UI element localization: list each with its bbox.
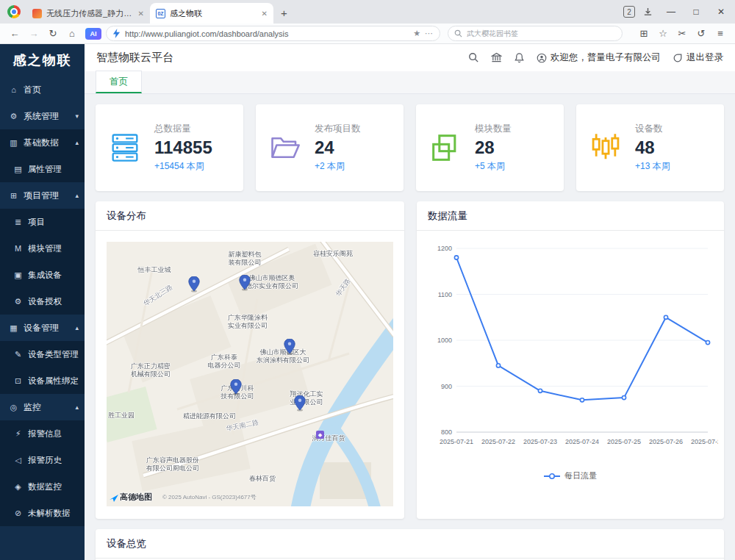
sidebar-item-label: 首页 [24,84,79,96]
forward-icon[interactable]: → [25,26,43,42]
sidebar-item-0[interactable]: ⌂首页 [0,76,85,103]
svg-text:2025-07-24: 2025-07-24 [565,438,599,445]
stat-label: 设备数 [635,123,670,135]
sidebar-item-label: 设备类型管理 [28,349,79,360]
svg-text:2025-07-22: 2025-07-22 [481,438,515,445]
tab-close-icon[interactable]: ✕ [138,10,144,18]
amap-logo[interactable]: 高德地图 [110,492,152,503]
stat-label: 总数据量 [154,123,212,135]
svg-text:1000: 1000 [437,337,452,344]
sidebar-item-6[interactable]: M模块管理 [0,235,85,262]
map-marker-pin-icon[interactable] [239,275,251,291]
sidebar-item-16[interactable]: ⊘未解析数据 [0,500,85,526]
sidebar-item-7[interactable]: ▣集成设备 [0,262,85,288]
map-marker-pin-icon[interactable] [294,395,306,412]
url-input[interactable]: http://www.puliangiot.com/dashboard/anal… [106,26,440,41]
stat-label: 发布项目数 [315,123,361,135]
bookmark-star-icon[interactable]: ★ [413,29,420,38]
back-icon[interactable]: ← [6,26,24,42]
address-more-icon[interactable]: ⋯ [425,29,434,38]
device-distribution-panel: 设备分布 [96,201,404,519]
legend-label: 每日流量 [564,470,597,481]
sidebar-item-10[interactable]: ✎设备类型管理 [0,341,85,367]
sidebar-item-5[interactable]: ≣项目 [0,209,85,235]
sidebar-item-12[interactable]: ◎监控▴ [0,394,85,420]
map-marker-pin-icon[interactable] [284,339,295,355]
daily-flow-line-chart[interactable]: 8009001000110012002025-07-212025-07-2220… [423,237,718,466]
sidebar-item-label: 系统管理 [24,110,70,123]
sidebar-item-11[interactable]: ⊡设备属性绑定 [0,367,85,394]
sidebar-item-3[interactable]: ▤属性管理 [0,156,85,182]
device-overview-panel: 设备总览 [96,529,724,560]
new-tab-button[interactable]: + [273,7,295,24]
browser-tab-inactive[interactable]: 无线压力传感器_静力水准仪 ✕ [26,3,150,24]
browser-logo-icon[interactable] [7,5,21,18]
search-suggestion-text[interactable]: 武大樱花园书签 [467,29,616,39]
window-close-button[interactable]: ✕ [710,1,732,22]
alarm-info-icon: ⚡ [13,429,23,439]
app-header: 智慧物联云平台 欢迎您，普量电子有限公司 退出登录 [85,44,735,71]
notification-bell-icon[interactable] [514,52,525,63]
sidebar-item-2[interactable]: ▥基础数据▴ [0,129,85,156]
stat-card-0: 总数据量114855+15454 本周 [96,104,243,191]
sidebar-item-13[interactable]: ⚡报警信息 [0,420,85,447]
logout-button[interactable]: 退出登录 [673,51,723,64]
data-flow-panel: 数据流量 8009001000110012002025-07-212025-07… [417,201,724,519]
stat-card-2: 模块数量28+5 本周 [416,104,564,191]
svg-text:2025-07-21: 2025-07-21 [440,438,473,445]
home-icon[interactable]: ⌂ [63,26,81,42]
refresh-icon[interactable]: ↻ [44,26,62,42]
search-icon [454,29,462,37]
tab-home[interactable]: 首页 [96,71,142,93]
stat-label: 模块数量 [475,123,512,135]
data-monitor-icon: ◈ [13,482,23,492]
device-bind-icon: ⊡ [13,376,23,386]
map-marker-pin-icon[interactable] [188,276,200,292]
download-icon[interactable] [638,2,657,21]
chevron-down-icon: ▾ [75,112,79,120]
ai-assistant-icon[interactable]: AI [85,28,101,40]
apps-grid-icon[interactable]: ⊞ [635,26,653,42]
url-text[interactable]: http://www.puliangiot.com/dashboard/anal… [125,29,409,38]
chart-legend[interactable]: 每日流量 [423,470,718,481]
unparsed-data-icon: ⊘ [13,509,23,518]
sidebar-item-9[interactable]: ▦设备管理▴ [0,315,85,341]
svg-text:2025-07-23: 2025-07-23 [523,438,557,445]
poi-logo-icon: ◆ [316,431,324,439]
user-icon [537,53,547,63]
stat-value: 28 [475,137,512,158]
window-maximize-button[interactable]: □ [685,1,707,22]
chevron-up-icon: ▴ [75,324,79,331]
tab-title: 无线压力传感器_静力水准仪 [46,8,134,19]
sidebar-item-4[interactable]: ⊞项目管理▴ [0,182,85,209]
sidebar-item-14[interactable]: ◁报警历史 [0,447,85,473]
browser-tab-active[interactable]: 0Z 感之物联 ✕ [150,3,273,24]
favorite-add-icon[interactable]: ☆ [654,26,672,42]
site-security-icon[interactable] [112,29,121,38]
tab-close-icon[interactable]: ✕ [262,10,268,18]
stat-delta: +2 本周 [315,160,361,173]
map-marker-pin-icon[interactable] [230,379,242,395]
scissors-icon[interactable]: ✂ [673,26,691,42]
undo-icon[interactable]: ↺ [692,26,710,42]
menu-icon[interactable]: ≡ [711,26,729,42]
sidebar-item-15[interactable]: ◈数据监控 [0,473,85,500]
organization-icon[interactable] [491,52,502,63]
sidebar-item-label: 设备管理 [24,322,70,334]
panel-title: 数据流量 [417,201,724,231]
sidebar-item-1[interactable]: ⚙系统管理▾ [0,103,85,129]
tab-count-badge[interactable]: 2 [623,6,635,18]
window-minimize-button[interactable]: — [660,1,682,22]
module-icon: M [13,244,23,253]
chevron-up-icon: ▴ [75,403,79,411]
brand-logo: 感之物联 [0,44,85,76]
legend-line-icon [544,473,560,480]
header-search-icon[interactable] [468,52,479,63]
integrated-device-icon: ▣ [13,270,23,280]
logout-icon [673,53,683,63]
sidebar-item-8[interactable]: ⚙设备授权 [0,288,85,315]
device-map[interactable]: 新康塑料包 装有限公司容桂安乐阁苑恒丰工业城佛山市顺德区奥 德尔实业有限公司华天… [107,242,393,506]
quick-search-input[interactable]: 武大樱花园书签 [448,26,623,41]
candlestick-icon [589,132,622,163]
sidebar-item-label: 报警历史 [28,455,79,466]
